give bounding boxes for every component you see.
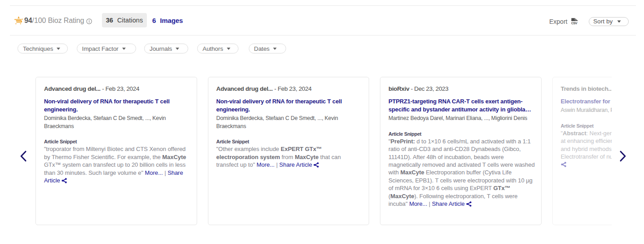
svg-text:CSV: CSV bbox=[571, 21, 578, 25]
